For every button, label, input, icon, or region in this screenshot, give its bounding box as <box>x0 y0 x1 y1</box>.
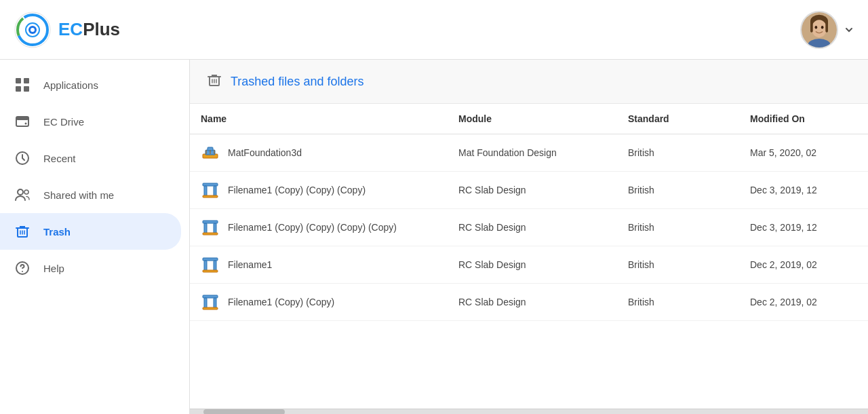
svg-rect-32 <box>203 183 218 186</box>
sidebar-item-applications-label: Applications <box>43 79 98 91</box>
cell-modified: Dec 3, 2019, 12 <box>739 172 868 209</box>
main-content: Trashed files and folders Name Module St… <box>190 60 868 414</box>
cell-name: Filename1 (Copy) (Copy) (Copy) (Copy) <box>190 209 448 246</box>
chevron-down-icon[interactable] <box>844 24 854 35</box>
svg-rect-10 <box>810 22 813 32</box>
svg-point-23 <box>18 189 23 195</box>
cell-modified: Mar 5, 2020, 02 <box>739 134 868 172</box>
horizontal-scrollbar[interactable] <box>190 409 868 414</box>
cell-name: MatFoundation3d <box>190 134 448 172</box>
svg-point-5 <box>31 28 35 32</box>
sidebar-item-help[interactable]: Help <box>0 250 181 286</box>
table-header-row: Name Module Standard Modified On <box>190 104 868 134</box>
page-title: Trashed files and folders <box>231 75 363 89</box>
svg-rect-43 <box>203 270 218 272</box>
svg-point-27 <box>22 271 23 272</box>
svg-rect-16 <box>24 78 29 83</box>
logo-icon <box>14 11 52 49</box>
col-module: Module <box>448 104 617 134</box>
svg-rect-11 <box>825 22 828 32</box>
sidebar-item-applications[interactable]: Applications <box>0 67 181 103</box>
svg-rect-18 <box>24 86 29 92</box>
trash-header-icon <box>206 72 222 91</box>
sidebar-item-trash[interactable]: Trash <box>0 213 181 250</box>
cell-module: RC Slab Design <box>448 172 617 209</box>
sidebar-item-shared-with-me[interactable]: Shared with me <box>0 176 181 213</box>
col-modified: Modified On <box>739 104 868 134</box>
svg-point-13 <box>821 25 824 29</box>
cell-name: Filename1 (Copy) (Copy) <box>190 284 448 321</box>
table-row[interactable]: Filename1 (Copy) (Copy) (Copy) (Copy) RC… <box>190 209 868 246</box>
help-icon <box>14 259 31 277</box>
cell-modified: Dec 2, 2019, 02 <box>739 246 868 284</box>
people-icon <box>14 186 31 204</box>
file-icon <box>201 293 220 312</box>
cell-modified: Dec 2, 2019, 02 <box>739 284 868 321</box>
table-row[interactable]: Filename1 (Copy) (Copy) (Copy) RC Slab D… <box>190 172 868 209</box>
cell-module: RC Slab Design <box>448 209 617 246</box>
sidebar-item-shared-label: Shared with me <box>43 189 114 201</box>
cell-module: RC Slab Design <box>448 284 617 321</box>
sidebar-item-trash-label: Trash <box>43 226 71 238</box>
cell-module: RC Slab Design <box>448 246 617 284</box>
sidebar-item-recent[interactable]: Recent <box>0 140 181 176</box>
sidebar-item-ec-drive-label: EC Drive <box>43 116 84 128</box>
cell-standard: British <box>617 246 739 284</box>
cell-name: Filename1 <box>190 246 448 284</box>
table-row[interactable]: MatFoundation3d Mat Foundation Design Br… <box>190 134 868 172</box>
table-row[interactable]: Filename1 (Copy) (Copy) RC Slab Design B… <box>190 284 868 321</box>
clock-icon <box>14 149 31 167</box>
svg-rect-39 <box>203 233 218 235</box>
drive-icon <box>14 113 31 130</box>
cell-standard: British <box>617 134 739 172</box>
sidebar: Applications EC Drive Recent <box>0 60 190 414</box>
sidebar-item-help-label: Help <box>43 263 64 274</box>
cell-standard: British <box>617 284 739 321</box>
col-name: Name <box>190 104 448 134</box>
sidebar-item-ec-drive[interactable]: EC Drive <box>0 103 181 140</box>
svg-rect-17 <box>16 86 21 92</box>
cell-standard: British <box>617 209 739 246</box>
svg-rect-40 <box>203 258 218 261</box>
svg-point-12 <box>815 25 818 29</box>
svg-rect-47 <box>203 307 218 309</box>
file-icon <box>201 181 220 200</box>
trash-icon <box>14 223 31 240</box>
sidebar-item-recent-label: Recent <box>43 153 76 164</box>
svg-point-24 <box>24 190 28 194</box>
col-standard: Standard <box>617 104 739 134</box>
svg-point-9 <box>812 20 827 37</box>
svg-rect-44 <box>203 295 218 298</box>
table-row[interactable]: Filename1 RC Slab Design British Dec 2, … <box>190 246 868 284</box>
cell-module: Mat Foundation Design <box>448 134 617 172</box>
logo: ECPlus <box>14 11 120 49</box>
svg-rect-20 <box>16 117 28 120</box>
files-table: Name Module Standard Modified On MatFoun… <box>190 104 868 321</box>
file-icon <box>201 218 220 237</box>
logo-text: ECPlus <box>58 19 120 40</box>
avatar[interactable] <box>800 11 838 49</box>
cell-modified: Dec 3, 2019, 12 <box>739 209 868 246</box>
svg-rect-36 <box>203 221 218 223</box>
grid-icon <box>14 76 31 94</box>
svg-rect-35 <box>203 195 218 197</box>
cell-standard: British <box>617 172 739 209</box>
page-header: Trashed files and folders <box>190 60 868 104</box>
cell-name: Filename1 (Copy) (Copy) (Copy) <box>190 172 448 209</box>
svg-rect-15 <box>16 78 21 83</box>
svg-point-21 <box>25 123 27 125</box>
scrollbar-thumb[interactable] <box>203 409 285 414</box>
file-icon <box>201 143 220 162</box>
file-icon <box>201 255 220 274</box>
files-table-wrapper: Name Module Standard Modified On MatFoun… <box>190 104 868 409</box>
app-header: ECPlus <box>0 0 868 60</box>
